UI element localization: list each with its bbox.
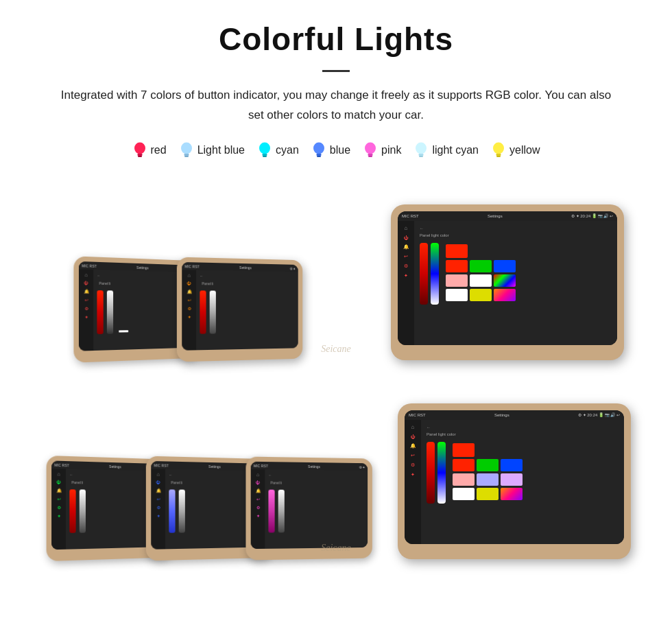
s1-panel-label: Panel li	[99, 281, 111, 285]
bulb-icon-red	[132, 141, 147, 160]
s3-home-icon: ⌂	[405, 225, 408, 231]
svg-rect-8	[263, 156, 267, 157]
bulb-icon-cyan	[257, 141, 272, 160]
s3-star-icon: ✦	[404, 273, 408, 279]
grid-cell-white	[470, 274, 492, 287]
s7-power-icon: ⏻	[411, 434, 416, 439]
s3-power-icon: ⏻	[404, 235, 409, 240]
s7-grid-fullred	[453, 443, 475, 457]
color-label-lightcyan: light cyan	[432, 144, 479, 156]
s5-power-icon: ⏻	[156, 480, 160, 484]
screen2-icons: ⚙ ✦	[289, 266, 296, 270]
s6-home-icon: ⌂	[256, 472, 259, 477]
svg-rect-5	[184, 156, 189, 157]
s2-settings2-icon: ⚙	[187, 306, 191, 311]
bulb-icon-lightcyan	[413, 141, 429, 160]
s6-power-icon: ⏻	[256, 480, 260, 484]
s6-bar2	[278, 490, 285, 533]
s7-star-icon: ✦	[411, 472, 415, 478]
s7-multi-bar	[437, 442, 446, 504]
s5-bar2	[179, 489, 185, 532]
svg-rect-20	[496, 156, 501, 157]
s1-home-icon: ⌂	[84, 272, 87, 277]
s7-red-bar	[427, 442, 435, 504]
svg-point-15	[416, 142, 427, 154]
bulb-icon-blue	[311, 141, 326, 160]
svg-rect-2	[138, 156, 142, 157]
device-7-big: MIC RST Settings ⚙ ✦ 20:24 🔋 📷 🔊 ↩ ⌂ ⏻ 🔔…	[398, 403, 631, 559]
s5-undo-icon: ↩	[156, 496, 160, 501]
bulb-icon-yellow	[491, 141, 506, 160]
color-item-yellow: yellow	[491, 141, 540, 160]
color-label-yellow: yellow	[509, 144, 540, 156]
s4-top-left: MIC RST	[54, 462, 69, 467]
s7-bell-icon: 🔔	[410, 443, 416, 449]
screen2-settings: Settings	[239, 265, 252, 269]
svg-rect-11	[317, 156, 321, 157]
s1-undo-icon: ↩	[84, 297, 88, 302]
s1-slider-thumb	[119, 330, 128, 332]
svg-point-9	[313, 142, 324, 154]
s1-bell-icon: 🔔	[84, 289, 88, 294]
s3-panel-label: Panel light color	[420, 233, 612, 237]
s2-red-bar	[200, 290, 206, 333]
color-label-lightblue: Light blue	[197, 144, 245, 156]
s7-settings: Settings	[494, 413, 509, 417]
svg-point-18	[493, 142, 504, 154]
svg-point-6	[259, 142, 270, 154]
s7-grid-multi	[501, 488, 523, 500]
svg-point-0	[134, 142, 145, 154]
color-item-red: red	[132, 141, 167, 160]
screen3-icons: ⚙ ✦ 20:24 🔋 📷 🔊 ↩	[571, 213, 613, 218]
color-indicator-row: red Light blue cyan	[27, 141, 645, 160]
s7-icons: ⚙ ✦ 20:24 🔋 📷 🔊 ↩	[578, 412, 620, 417]
s5-bell-icon: 🔔	[156, 488, 160, 493]
s1-red-bar	[97, 290, 103, 334]
watermark-1: Seicane	[321, 344, 351, 355]
color-item-cyan: cyan	[257, 141, 299, 160]
s5-star-icon: ✦	[156, 513, 160, 518]
page-title: Colorful Lights	[27, 21, 645, 58]
color-item-blue: blue	[311, 141, 350, 160]
s5-bar1	[169, 489, 175, 532]
color-label-blue: blue	[330, 144, 350, 156]
s6-top-left: MIC RST	[254, 463, 268, 467]
s7-undo-icon: ↩	[411, 453, 415, 458]
s2-power-icon: ⏻	[187, 281, 191, 285]
s4-star-icon: ✦	[57, 513, 60, 518]
s6-icons: ⚙ ✦	[359, 464, 365, 469]
s2-panel-label: Panel li	[202, 281, 213, 285]
s7-grid-yellow	[477, 488, 499, 500]
s3-green-blue-bar	[431, 243, 439, 305]
grid-cell-red	[446, 260, 468, 272]
color-label-cyan: cyan	[276, 144, 299, 156]
s2-back-btn: ←	[200, 274, 295, 279]
s6-bar1	[268, 489, 274, 532]
grid-cell-white2	[446, 289, 468, 301]
s1-settings2-icon: ⚙	[84, 306, 88, 311]
s6-bell-icon: 🔔	[255, 488, 260, 493]
svg-point-12	[365, 142, 376, 154]
s7-grid-lavender	[501, 473, 523, 486]
s3-cog-icon: ⚙	[404, 263, 408, 269]
s2-star-icon: ✦	[187, 314, 191, 319]
screen2-top-left: MIC RST	[184, 263, 199, 268]
s7-grid-lightred	[453, 473, 475, 486]
screen3-top-left: MIC RST	[402, 214, 419, 218]
color-item-lightcyan: light cyan	[413, 141, 479, 160]
s5-top-left: MIC RST	[154, 462, 168, 467]
svg-rect-19	[496, 154, 501, 156]
grid-cell-fullred	[446, 244, 468, 258]
s5-home-icon: ⌂	[156, 471, 159, 476]
s1-power-icon: ⏻	[84, 281, 88, 285]
svg-point-3	[181, 142, 192, 154]
s7-grid-lightblue	[477, 473, 499, 486]
grid-cell-yellow	[470, 289, 492, 301]
s4-bell-icon: 🔔	[56, 488, 61, 493]
s7-grid-green	[477, 459, 499, 471]
device-2: MIC RST Settings ⚙ ✦ ⌂ ⏻ 🔔 ↩ ⚙ ✦	[177, 257, 302, 362]
s3-red-bar	[420, 243, 428, 305]
color-label-pink: pink	[381, 144, 401, 156]
s4-home-icon: ⌂	[57, 471, 60, 476]
s4-panel-label: Panel li	[71, 480, 83, 484]
